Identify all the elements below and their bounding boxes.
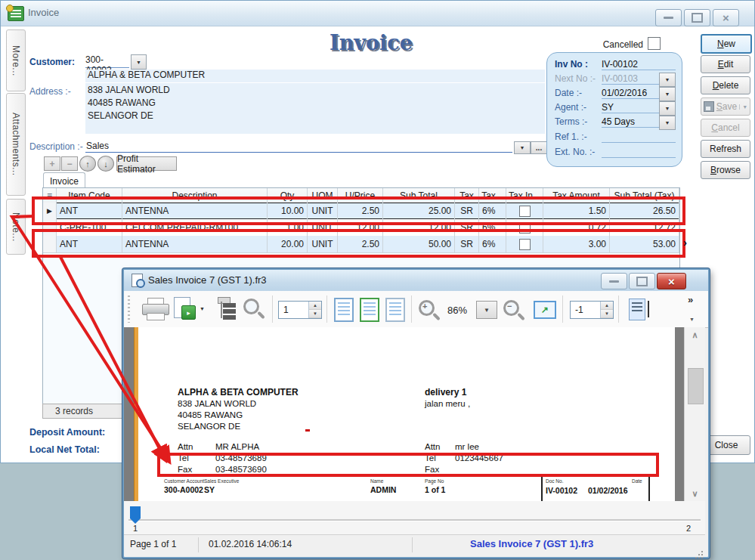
preview-scrollbar[interactable]: ∧ ∨ — [684, 327, 705, 501]
grid-cell[interactable]: 25.00 — [383, 203, 455, 219]
toolbar-overflow-more-icon[interactable]: ▼ — [689, 317, 695, 322]
grid-column-header[interactable]: Item Code — [57, 188, 122, 203]
customer-dropdown-button[interactable]: ▼ — [131, 54, 147, 70]
grid-cell[interactable]: 1.00 — [268, 219, 308, 236]
page-spin-up-icon[interactable]: ▲ — [309, 302, 321, 310]
description-ellipsis-button[interactable]: ... — [531, 141, 547, 154]
edit-page-icon[interactable] — [629, 299, 645, 320]
scroll-down-icon[interactable]: ∨ — [685, 486, 705, 501]
zoom-out-icon[interactable]: − — [502, 299, 526, 323]
table-row[interactable]: ▶ANTANTENNA10.00UNIT2.5025.00SR6%1.5026.… — [43, 203, 679, 220]
export-icon[interactable]: ▸ ▼ — [174, 297, 207, 323]
grid-cell[interactable]: 53.00 — [610, 236, 679, 252]
profit-estimator-button[interactable]: Profit Estimator — [116, 156, 177, 171]
scrollbar-thumb[interactable] — [688, 368, 704, 404]
maximize-button[interactable] — [684, 9, 710, 26]
toolbar-overflow-icon[interactable]: » — [688, 294, 693, 305]
sidebar-tab-note[interactable]: Note... — [6, 199, 26, 255]
cancelled-checkbox[interactable] — [648, 37, 661, 50]
grid-column-header[interactable]: Sub Total — [383, 188, 455, 203]
grid-cell[interactable]: C-PRE-100 — [57, 219, 122, 236]
preview-minimize-button[interactable] — [601, 273, 627, 289]
grid-cell[interactable]: 1.50 — [543, 203, 610, 219]
page-number-value[interactable]: 1 — [279, 302, 308, 318]
close-window-button[interactable]: × — [713, 9, 739, 26]
grid-column-header[interactable]: UOM — [308, 188, 338, 203]
info-row-dropdown-button[interactable]: ▼ — [659, 87, 676, 101]
description-dropdown-button[interactable]: ▼ — [514, 141, 531, 154]
multi-page-view-icon[interactable] — [385, 298, 405, 322]
grid-cell[interactable]: UNIT — [308, 203, 338, 219]
customer-code-field[interactable]: 300-A0002 — [85, 54, 129, 68]
single-page-view-icon[interactable] — [334, 298, 354, 322]
extra-spin-up-icon[interactable]: ▲ — [601, 302, 613, 310]
grid-cell[interactable]: 6% — [479, 236, 506, 252]
grid-cell[interactable]: ANT — [57, 203, 122, 219]
tax-inclusive-cell[interactable] — [506, 203, 543, 219]
grid-column-header[interactable]: Tax In... — [506, 188, 543, 203]
grid-column-header[interactable]: Description — [122, 188, 268, 203]
grid-column-header[interactable]: U/Price — [338, 188, 383, 203]
grid-cell[interactable]: 12.00 — [383, 219, 455, 236]
extra-spinner[interactable]: -1 ▲▼ — [570, 301, 614, 319]
minimize-button[interactable] — [655, 9, 682, 26]
full-screen-icon[interactable]: ↗ — [534, 301, 556, 319]
grid-cell[interactable]: 0.72 — [543, 219, 610, 236]
grid-cell[interactable]: 2.50 — [338, 236, 383, 252]
grid-column-header[interactable]: Tax — [455, 188, 479, 203]
description-value[interactable]: Sales — [86, 141, 109, 151]
grid-cell[interactable]: CELCOM PREPAID-RM100 — [122, 219, 268, 236]
table-row[interactable]: ANTANTENNA20.00UNIT2.5050.00SR6%3.0053.0… — [43, 236, 679, 253]
row-selector[interactable] — [43, 219, 57, 236]
info-row-dropdown-button[interactable]: ▼ — [659, 73, 676, 87]
export-dropdown-icon[interactable]: ▼ — [200, 306, 205, 311]
grid-cell[interactable]: 20.00 — [268, 236, 308, 252]
tax-inclusive-checkbox[interactable] — [519, 222, 531, 234]
preview-close-button[interactable]: × — [657, 273, 686, 289]
grid-column-header[interactable]: Tax... — [479, 188, 506, 203]
edit-button[interactable]: Edit — [701, 55, 750, 73]
remove-row-button[interactable]: − — [61, 156, 78, 171]
new-button[interactable]: New — [701, 34, 752, 54]
tax-inclusive-checkbox[interactable] — [519, 206, 531, 217]
save-split-dropdown-icon[interactable]: ▼ — [739, 104, 747, 110]
row-selector[interactable] — [43, 236, 57, 252]
grid-cell[interactable]: UNIT — [308, 219, 338, 236]
delete-button[interactable]: Delete — [701, 76, 750, 94]
grid-cell[interactable]: 6% — [479, 219, 506, 236]
zoom-dropdown-button[interactable]: ▼ — [476, 301, 497, 319]
grid-cell[interactable]: 26.50 — [610, 203, 679, 219]
tax-inclusive-checkbox[interactable] — [519, 239, 531, 250]
move-down-button[interactable]: ↓ — [97, 156, 114, 172]
extra-spin-down-icon[interactable]: ▼ — [601, 310, 613, 318]
resize-grip[interactable] — [701, 551, 703, 552]
grid-cell[interactable]: ANTENNA — [122, 203, 268, 219]
grid-cell[interactable]: SR — [455, 236, 479, 252]
grid-cell[interactable]: SR — [455, 203, 479, 219]
save-button[interactable]: Save▼ — [701, 97, 750, 116]
refresh-button[interactable]: Refresh — [701, 140, 750, 158]
outline-tree-icon[interactable] — [215, 297, 237, 320]
grid-cell[interactable]: 3.00 — [543, 236, 610, 252]
info-row-value[interactable]: IV-00102 — [602, 59, 674, 70]
grid-column-header[interactable]: Sub Total (Tax) — [610, 188, 679, 203]
page-number-spinner[interactable]: 1 ▲▼ — [278, 301, 322, 319]
extra-spinner-value[interactable]: -1 — [571, 302, 600, 318]
grid-cell[interactable]: 2.50 — [338, 203, 383, 219]
tab-invoice[interactable]: Invoice — [43, 172, 85, 189]
preview-maximize-button[interactable] — [629, 273, 655, 289]
table-row[interactable]: C-PRE-100CELCOM PREPAID-RM1001.00UNIT12.… — [43, 219, 679, 237]
grid-column-header[interactable]: Tax Amount — [543, 188, 610, 203]
tax-inclusive-cell[interactable] — [506, 219, 543, 236]
row-selector[interactable]: ▶ — [43, 203, 57, 219]
sidebar-tab-more[interactable]: More... — [6, 29, 26, 91]
sidebar-tab-attachments[interactable]: Attachments... — [6, 93, 26, 196]
browse-button[interactable]: Browse — [701, 161, 750, 179]
fit-page-view-icon[interactable] — [360, 298, 379, 322]
grid-column-header[interactable]: Qty — [268, 188, 308, 203]
cancel-button[interactable]: Cancel — [701, 119, 750, 137]
grid-cell[interactable]: 10.00 — [268, 203, 308, 219]
grid-cell[interactable]: ANT — [57, 236, 122, 252]
grid-cell[interactable]: 50.00 — [383, 236, 455, 252]
grid-cell[interactable]: UNIT — [308, 236, 338, 252]
